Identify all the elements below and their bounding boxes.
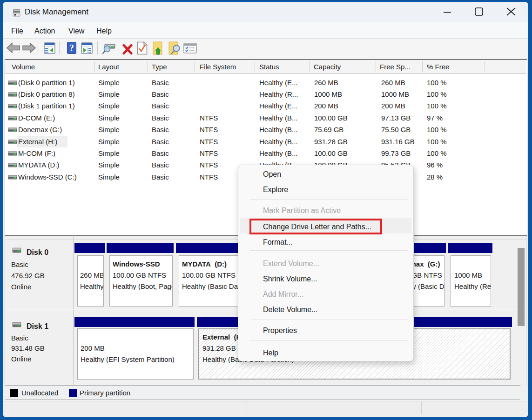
svg-text:?: ? (69, 43, 74, 53)
